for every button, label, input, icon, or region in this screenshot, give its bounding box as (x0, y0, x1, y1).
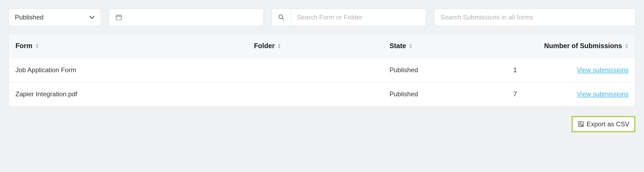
chevron-down-icon (89, 16, 95, 19)
svg-rect-0 (116, 15, 121, 20)
export-row: Export as CSV (9, 116, 635, 132)
search-icon-box[interactable] (272, 9, 291, 26)
date-filter[interactable] (109, 9, 263, 26)
column-header-submissions-label: Number of Submissions (544, 42, 622, 50)
view-submissions-link[interactable]: View submissions (577, 66, 629, 74)
view-submissions-link[interactable]: View submissions (577, 90, 629, 98)
export-icon (578, 121, 584, 127)
table-row: Zapier Integration.pdf Published 7 View … (9, 82, 635, 106)
sort-icon (409, 44, 413, 48)
search-form-input[interactable] (291, 9, 426, 26)
status-filter-label: Published (15, 14, 43, 21)
column-header-state-label: State (389, 42, 406, 50)
table-header-row: Form Folder State (9, 34, 635, 58)
export-csv-label: Export as CSV (587, 120, 629, 128)
table-row: Job Application Form Published 1 View su… (9, 58, 635, 82)
status-filter-select[interactable]: Published (9, 9, 101, 26)
sort-icon (625, 44, 629, 48)
cell-form: Job Application Form (15, 66, 254, 74)
cell-link: View submissions (517, 66, 629, 74)
search-submissions-input[interactable] (434, 9, 635, 26)
export-csv-button[interactable]: Export as CSV (572, 116, 635, 132)
column-header-form[interactable]: Form (15, 42, 254, 50)
column-header-submissions[interactable]: Number of Submissions (509, 42, 629, 50)
cell-form: Zapier Integration.pdf (15, 90, 254, 98)
cell-number: 1 (503, 66, 517, 74)
cell-state: Published (389, 66, 503, 74)
column-header-state[interactable]: State (389, 42, 509, 50)
column-header-folder-label: Folder (254, 42, 275, 50)
search-form-group (272, 9, 426, 26)
column-header-form-label: Form (15, 42, 33, 50)
cell-number: 7 (503, 90, 517, 98)
cell-state: Published (389, 90, 503, 98)
sort-icon (35, 44, 39, 48)
calendar-icon (115, 14, 122, 21)
search-icon (278, 14, 285, 21)
cell-link: View submissions (517, 90, 629, 98)
column-header-folder[interactable]: Folder (254, 42, 389, 50)
sort-icon (277, 44, 281, 48)
filters-row: Published (9, 9, 635, 26)
forms-table: Form Folder State (9, 34, 635, 106)
